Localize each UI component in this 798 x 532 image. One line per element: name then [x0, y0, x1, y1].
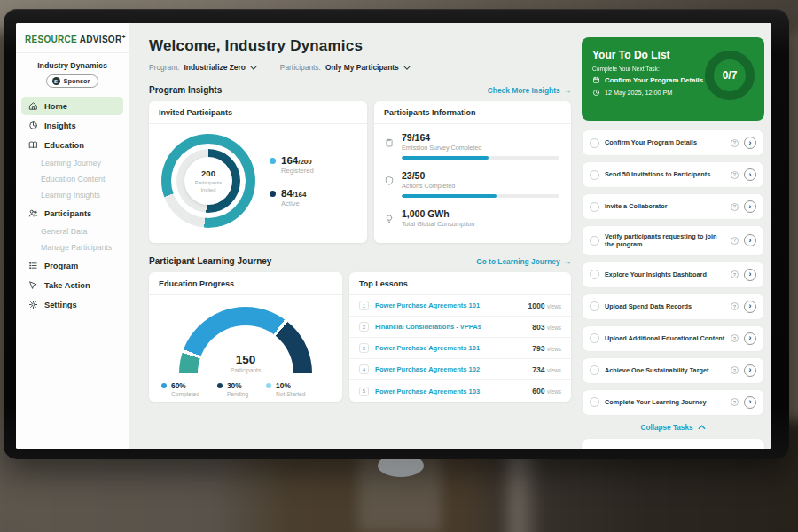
- chevron-right-icon[interactable]: ›: [744, 396, 756, 409]
- participants-filter-dropdown[interactable]: Participants: Only My Participants: [280, 63, 411, 72]
- program-filter-dropdown[interactable]: Program: Industrialize Zero: [149, 63, 257, 72]
- pie-chart-icon: [28, 121, 38, 130]
- chevron-right-icon[interactable]: ›: [744, 234, 756, 246]
- participants-information-card: Participants Information 79/164 Emission…: [374, 101, 571, 243]
- section-program-insights: Program Insights: [149, 85, 222, 95]
- help-icon[interactable]: ?: [731, 398, 739, 406]
- task-upload-spend-data[interactable]: Upload Spend Data Records ? ›: [582, 293, 764, 320]
- completed-dot: [161, 383, 167, 388]
- sidebar-nav: Home Insights Education Learning Journey…: [16, 97, 129, 314]
- main-content: Welcome, Industry Dynamics Program: Indu…: [129, 23, 580, 449]
- arrow-right-icon: →: [564, 257, 571, 266]
- task-checkbox[interactable]: [590, 202, 599, 212]
- not-started-dot: [266, 383, 271, 388]
- help-icon[interactable]: ?: [731, 139, 739, 147]
- lesson-row[interactable]: 5 Power Purchase Agreements 103 600 view…: [349, 380, 571, 402]
- clock-icon: [592, 89, 600, 97]
- collapse-tasks-link[interactable]: Collapse Tasks: [582, 424, 764, 432]
- invited-participants-title: Invited Participants: [149, 101, 367, 124]
- task-complete-learning-journey[interactable]: Complete Your Learning Journey ? ›: [582, 389, 764, 416]
- lesson-row[interactable]: 2 Financial Considerations - VPPAs 803 v…: [349, 317, 571, 338]
- sidebar-item-settings[interactable]: Settings: [21, 295, 123, 314]
- task-confirm-program-details[interactable]: Confirm Your Program Details ? ›: [582, 129, 764, 156]
- chevron-right-icon[interactable]: ›: [744, 301, 756, 313]
- task-checkbox[interactable]: [590, 138, 599, 148]
- task-checkbox[interactable]: [590, 365, 599, 375]
- task-verify-participants[interactable]: Verify participants requesting to join t…: [582, 225, 764, 256]
- help-icon[interactable]: ?: [731, 270, 739, 278]
- sidebar-item-learning-journey[interactable]: Learning Journey: [16, 155, 129, 171]
- shield-icon: [384, 176, 395, 186]
- donut-center-label: Participants Invited: [189, 180, 228, 193]
- recent-news-card: Recent News: [582, 439, 764, 449]
- help-icon[interactable]: ?: [731, 203, 739, 211]
- top-lessons-card: Top Lessons 1 Power Purchase Agreements …: [349, 272, 571, 402]
- registered-dot: [270, 158, 276, 164]
- active-dot: [270, 191, 276, 197]
- clipboard-icon: [384, 137, 395, 148]
- top-lessons-title: Top Lessons: [349, 272, 571, 295]
- chevron-up-icon: [698, 425, 706, 430]
- help-icon[interactable]: ?: [731, 237, 739, 245]
- task-explore-insights[interactable]: Explore Your Insights Dashboard ? ›: [582, 262, 764, 288]
- task-achieve-sustainability-target[interactable]: Achieve One Sustainability Target ? ›: [582, 357, 764, 384]
- task-checkbox[interactable]: [590, 170, 599, 180]
- brand-plus: +: [121, 34, 125, 40]
- action-pointer-icon: [28, 280, 38, 290]
- sidebar-item-education[interactable]: Education: [21, 136, 123, 154]
- chevron-right-icon[interactable]: ›: [744, 269, 756, 281]
- task-upload-educational-content[interactable]: Upload Additional Educational Content ? …: [582, 325, 764, 352]
- pending-legend-item: 30%Pending: [217, 381, 248, 397]
- gauge-center-label: Participants: [231, 367, 261, 373]
- emission-survey-stat: 79/164 Emission Survey Completed: [384, 132, 559, 160]
- page-title: Welcome, Industry Dynamics: [149, 37, 571, 55]
- check-more-insights-link[interactable]: Check More Insights →: [488, 86, 571, 95]
- task-checkbox[interactable]: [590, 397, 599, 407]
- help-icon[interactable]: ?: [731, 171, 739, 179]
- sidebar-item-general-data[interactable]: General Data: [16, 223, 129, 239]
- task-send-invitations[interactable]: Send 50 Invitations to Participants ? ›: [582, 161, 764, 188]
- chevron-right-icon[interactable]: ›: [744, 364, 756, 377]
- sponsor-icon: S: [52, 77, 60, 85]
- active-legend-item: 84/164 Active: [270, 188, 314, 207]
- invited-participants-card: Invited Participants 200 Participants In…: [149, 101, 367, 243]
- help-icon[interactable]: ?: [731, 366, 739, 374]
- lesson-row[interactable]: 1 Power Purchase Agreements 101 1000 vie…: [349, 295, 571, 317]
- dashboard-screen: RESOURCE ADVISOR+ Industry Dynamics S Sp…: [16, 23, 771, 449]
- lesson-row[interactable]: 3 Power Purchase Agreements 101 793 view…: [349, 338, 571, 359]
- task-checkbox[interactable]: [590, 270, 599, 279]
- sidebar-item-insights[interactable]: Insights: [21, 116, 123, 135]
- sidebar-item-participants[interactable]: Participants: [21, 204, 123, 223]
- actions-completed-stat: 23/50 Actions Completed: [384, 170, 559, 198]
- help-icon[interactable]: ?: [731, 334, 739, 342]
- sidebar-item-manage-participants[interactable]: Manage Participants: [16, 239, 129, 255]
- completed-legend-item: 60%Completed: [161, 381, 200, 397]
- chevron-down-icon: [403, 63, 411, 72]
- task-checkbox[interactable]: [590, 333, 599, 343]
- task-invite-collaborator[interactable]: Invite a Collaborator ? ›: [582, 193, 764, 220]
- go-to-learning-journey-link[interactable]: Go to Learning Journey →: [476, 257, 571, 266]
- task-checkbox[interactable]: [590, 236, 599, 246]
- home-icon: [28, 101, 38, 111]
- sponsor-label: Sponsor: [64, 77, 90, 85]
- sidebar-item-take-action[interactable]: Take Action: [21, 276, 123, 294]
- donut-center-value: 200: [201, 168, 215, 178]
- chevron-right-icon[interactable]: ›: [744, 332, 756, 345]
- sidebar-item-learning-insights[interactable]: Learning Insights: [16, 187, 129, 203]
- todo-due-date: 12 May 2025, 12:00 PM: [605, 89, 672, 97]
- sidebar-item-education-content[interactable]: Education Content: [16, 171, 129, 187]
- todo-panel: Your To Do List Complete Your Next Task:…: [580, 23, 771, 449]
- chevron-right-icon[interactable]: ›: [744, 168, 756, 181]
- help-icon[interactable]: ?: [731, 302, 739, 310]
- education-progress-gauge-chart: 150 Participants: [179, 307, 312, 373]
- people-icon: [28, 208, 38, 218]
- sidebar-item-home[interactable]: Home: [21, 97, 123, 115]
- sponsor-badge: S Sponsor: [46, 74, 99, 88]
- organization-name: Industry Dynamics: [16, 61, 129, 70]
- todo-progress-ring: 0/7: [705, 51, 755, 100]
- chevron-right-icon[interactable]: ›: [744, 137, 756, 149]
- lesson-row[interactable]: 4 Power Purchase Agreements 102 734 view…: [349, 359, 571, 380]
- sidebar-item-program[interactable]: Program: [21, 256, 123, 275]
- task-checkbox[interactable]: [590, 301, 599, 311]
- chevron-right-icon[interactable]: ›: [744, 200, 756, 213]
